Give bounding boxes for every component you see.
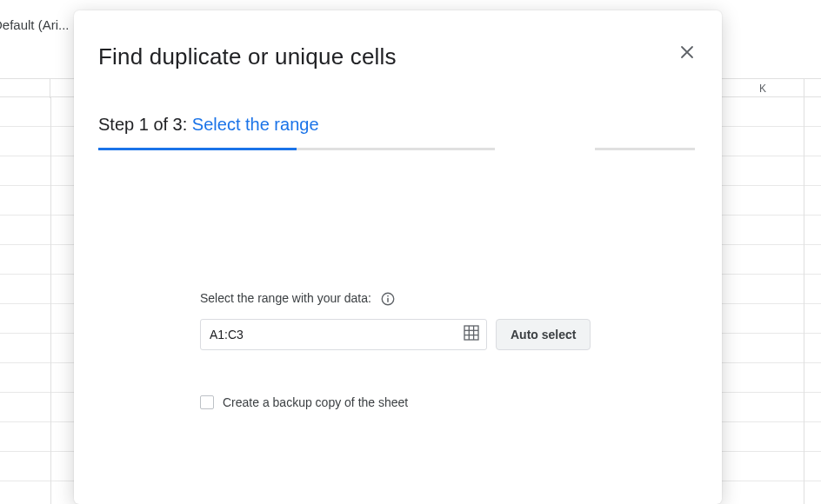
step-current-label: Select the range xyxy=(192,115,319,134)
backup-checkbox[interactable] xyxy=(200,395,214,409)
svg-rect-1 xyxy=(388,298,390,302)
column-header-k[interactable]: K xyxy=(722,79,804,98)
column-header[interactable] xyxy=(0,79,50,98)
select-range-button[interactable] xyxy=(457,320,486,349)
grid-divider xyxy=(50,97,51,504)
dialog-title: Find duplicate or unique cells xyxy=(98,43,397,70)
progress-bar xyxy=(98,148,695,150)
find-duplicates-dialog: Find duplicate or unique cells Step 1 of… xyxy=(74,10,722,504)
progress-fill xyxy=(98,148,297,150)
backup-row: Create a backup copy of the sheet xyxy=(200,395,600,409)
range-input-row: Auto select xyxy=(200,319,600,350)
close-button[interactable] xyxy=(675,42,699,66)
grid-icon xyxy=(464,325,479,344)
step-prefix: Step 1 of 3: xyxy=(98,115,192,134)
info-icon[interactable] xyxy=(380,291,396,307)
auto-select-button[interactable]: Auto select xyxy=(496,319,591,350)
svg-rect-3 xyxy=(464,326,478,340)
range-field-label: Select the range with your data: xyxy=(200,291,371,305)
backup-checkbox-label: Create a backup copy of the sheet xyxy=(223,395,408,409)
grid-divider xyxy=(804,97,804,504)
font-selector-fragment: Default (Ari... xyxy=(0,17,70,32)
close-icon xyxy=(680,45,694,63)
range-input-wrapper xyxy=(200,319,487,350)
progress-gap xyxy=(495,147,595,151)
range-field-label-row: Select the range with your data: xyxy=(200,290,600,307)
form-area: Select the range with your data: Auto se… xyxy=(200,290,600,409)
svg-rect-2 xyxy=(388,295,390,297)
range-input[interactable] xyxy=(201,328,457,342)
step-indicator: Step 1 of 3: Select the range xyxy=(98,115,319,135)
